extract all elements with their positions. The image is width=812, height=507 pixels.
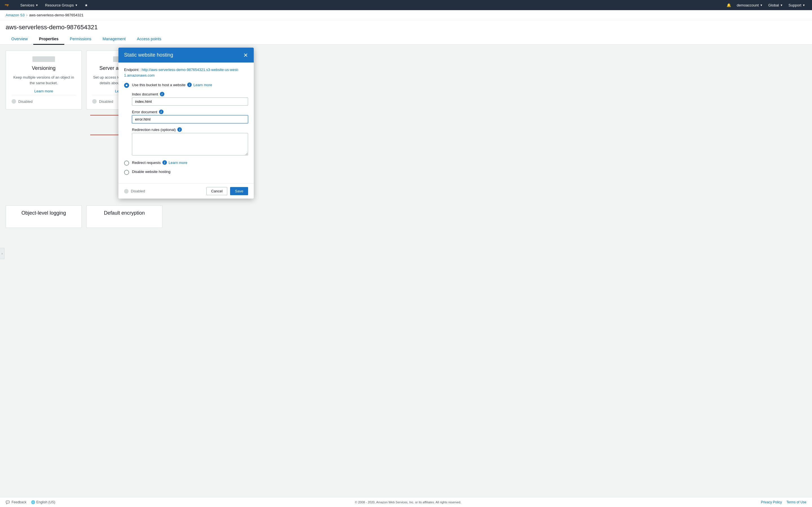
- error-document-info-icon[interactable]: i: [159, 110, 163, 114]
- radio-disable-hosting-label: Disable website hosting: [132, 170, 170, 174]
- breadcrumb-parent[interactable]: Amazon S3: [6, 13, 24, 17]
- versioning-card[interactable]: Versioning Keep multiple versions of an …: [6, 50, 82, 110]
- error-document-group: Error document i: [132, 110, 248, 123]
- modal-status-text: Disabled: [131, 189, 145, 193]
- radio-host-website[interactable]: Use this bucket to host a website i Lear…: [124, 82, 248, 88]
- resource-groups-chevron: ▼: [75, 4, 78, 7]
- modal-footer: Disabled Cancel Save: [118, 183, 254, 199]
- default-encryption-title: Default encryption: [104, 210, 145, 216]
- modal-footer-buttons: Cancel Save: [206, 187, 248, 195]
- default-encryption-card[interactable]: Default encryption: [86, 205, 162, 228]
- favorites-nav[interactable]: ★: [82, 0, 90, 10]
- radio-disable-hosting[interactable]: Disable website hosting: [124, 170, 248, 175]
- account-label: demoaccount: [737, 3, 759, 7]
- modal-close-button[interactable]: ✕: [243, 52, 248, 58]
- modal-header: Static website hosting ✕: [118, 48, 254, 62]
- error-document-label: Error document i: [132, 110, 248, 114]
- aws-logo: aws: [4, 2, 13, 8]
- radio-redirect-requests-label: Redirect requests i Learn more: [132, 160, 187, 165]
- versioning-learn-more[interactable]: Learn more: [35, 89, 53, 93]
- radio-host-website-label: Use this bucket to host a website i Lear…: [132, 82, 212, 87]
- resource-groups-nav[interactable]: Resource Groups ▼: [43, 0, 80, 10]
- star-icon: ★: [85, 3, 88, 7]
- index-document-info-icon[interactable]: i: [160, 92, 164, 96]
- endpoint-label: Endpoint :: [124, 68, 141, 72]
- versioning-description: Keep multiple versions of an object in t…: [11, 75, 76, 86]
- redirect-learn-more[interactable]: Learn more: [168, 161, 187, 165]
- static-website-hosting-modal: Static website hosting ✕ Endpoint : http…: [118, 48, 254, 199]
- radio-disable-text: Disable website hosting: [132, 170, 170, 174]
- redirect-info-icon[interactable]: i: [162, 160, 167, 165]
- radio-redirect-text: Redirect requests: [132, 161, 161, 165]
- modal-status-dot: [124, 189, 129, 193]
- object-level-logging-title: Object-level logging: [21, 210, 66, 216]
- redirection-rules-info-icon[interactable]: i: [177, 127, 182, 132]
- radio-redirect-requests-input[interactable]: [124, 161, 129, 166]
- breadcrumb-current: aws-serverless-demo-987654321: [29, 13, 84, 17]
- modal-body: Endpoint : http://aws-serverless-demo-98…: [118, 62, 254, 183]
- services-nav[interactable]: Services ▼: [18, 0, 41, 10]
- radio-redirect-requests[interactable]: Redirect requests i Learn more: [124, 160, 248, 166]
- tab-access-points[interactable]: Access points: [132, 34, 167, 45]
- radio-host-website-input[interactable]: [124, 83, 129, 88]
- page-title: aws-serverless-demo-987654321: [6, 24, 806, 34]
- bell-icon: 🔔: [726, 3, 731, 7]
- host-website-info-icon[interactable]: i: [187, 82, 192, 87]
- region-nav[interactable]: Global ▼: [766, 0, 785, 10]
- redirection-rules-input[interactable]: [132, 133, 248, 156]
- error-document-input[interactable]: [132, 115, 248, 123]
- tab-management[interactable]: Management: [97, 34, 132, 45]
- breadcrumb-separator: ›: [26, 13, 28, 17]
- tabs-bar: Overview Properties Permissions Manageme…: [0, 34, 812, 45]
- modal-footer-left: Disabled: [124, 189, 145, 193]
- support-chevron: ▼: [802, 4, 805, 7]
- notifications-nav[interactable]: 🔔: [724, 0, 733, 10]
- support-nav[interactable]: Support ▼: [786, 0, 808, 10]
- services-label: Services: [20, 3, 35, 7]
- object-level-logging-card[interactable]: Object-level logging: [6, 205, 82, 228]
- tab-overview[interactable]: Overview: [6, 34, 33, 45]
- breadcrumb: Amazon S3 › aws-serverless-demo-98765432…: [0, 10, 812, 20]
- tab-properties[interactable]: Properties: [33, 34, 64, 45]
- index-document-label: Index document i: [132, 92, 248, 96]
- services-chevron: ▼: [36, 4, 38, 7]
- page-header: aws-serverless-demo-987654321: [0, 20, 812, 34]
- endpoint-url[interactable]: http://aws-serverless-demo-987654321.s3-…: [124, 68, 239, 77]
- versioning-status-dot: [11, 99, 16, 104]
- redirection-rules-group: Redirection rules (optional) i: [132, 127, 248, 156]
- cancel-button[interactable]: Cancel: [206, 187, 227, 195]
- save-button[interactable]: Save: [230, 187, 248, 195]
- endpoint-row: Endpoint : http://aws-serverless-demo-98…: [124, 67, 248, 78]
- versioning-status: Disabled: [18, 100, 33, 104]
- modal-title: Static website hosting: [124, 52, 173, 58]
- resource-groups-label: Resource Groups: [45, 3, 74, 7]
- bottom-cards-row: Object-level logging Default encryption: [6, 205, 806, 228]
- server-access-status: Disabled: [99, 100, 113, 104]
- radio-host-website-text: Use this bucket to host a website: [132, 83, 186, 87]
- account-chevron: ▼: [760, 4, 763, 7]
- versioning-title: Versioning: [32, 65, 56, 71]
- versioning-footer: Disabled: [11, 95, 76, 104]
- svg-text:aws: aws: [5, 3, 9, 6]
- host-website-learn-more[interactable]: Learn more: [193, 83, 212, 87]
- main-content: Versioning Keep multiple versions of an …: [0, 45, 812, 242]
- top-navigation: aws Services ▼ Resource Groups ▼ ★ 🔔 dem…: [0, 0, 812, 10]
- index-document-input[interactable]: [132, 98, 248, 106]
- region-chevron: ▼: [780, 4, 783, 7]
- radio-disable-hosting-input[interactable]: [124, 170, 129, 175]
- tab-permissions[interactable]: Permissions: [64, 34, 97, 45]
- redirection-rules-label: Redirection rules (optional) i: [132, 127, 248, 132]
- support-label: Support: [789, 3, 802, 7]
- region-label: Global: [768, 3, 779, 7]
- server-access-status-dot: [92, 99, 97, 104]
- versioning-icon: [33, 56, 55, 62]
- account-nav[interactable]: demoaccount ▼: [734, 0, 765, 10]
- index-document-group: Index document i: [132, 92, 248, 106]
